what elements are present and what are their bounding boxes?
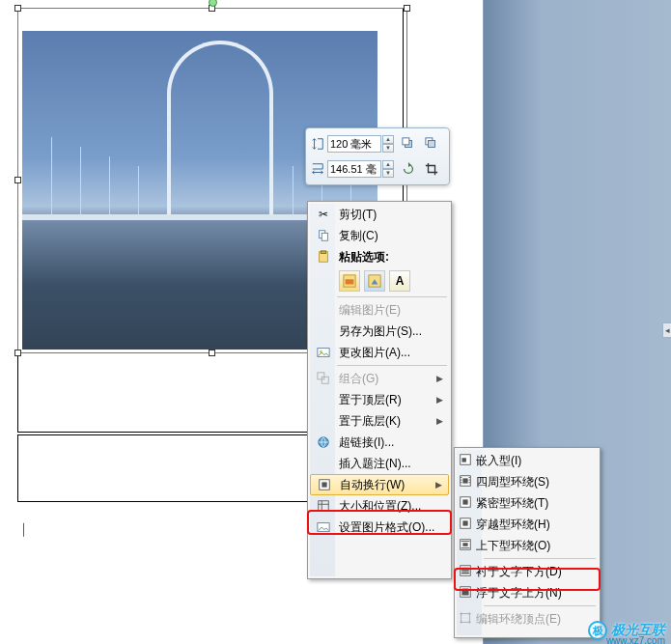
svg-rect-18 xyxy=(319,501,329,512)
svg-rect-7 xyxy=(321,251,325,254)
wrap-through-label: 穿越型环绕(H) xyxy=(472,517,596,533)
menu-insert-caption[interactable]: 插入题注(N)... xyxy=(310,453,449,474)
crop-button[interactable] xyxy=(423,160,440,178)
copy-icon xyxy=(312,225,335,246)
wrap-behind-icon xyxy=(459,564,472,580)
submenu-arrow-icon: ▶ xyxy=(435,480,446,490)
height-spin-down[interactable]: ▼ xyxy=(382,144,394,153)
resize-handle-nw[interactable] xyxy=(14,5,21,12)
text-cursor: ⎸ xyxy=(23,521,35,538)
wrap-edit-points-label: 编辑环绕顶点(E) xyxy=(472,611,596,628)
menu-insert-caption-label: 插入题注(N)... xyxy=(335,456,447,472)
menu-format-picture[interactable]: 设置图片格式(O)... xyxy=(310,517,449,538)
svg-rect-3 xyxy=(429,141,435,148)
paste-option-merge[interactable] xyxy=(364,270,385,292)
menu-edit-picture-label: 编辑图片(E) xyxy=(335,302,447,319)
scroll-arrow-icon[interactable]: ◂ xyxy=(662,322,671,338)
menu-hyperlink[interactable]: 超链接(I)... xyxy=(310,432,449,453)
svg-rect-5 xyxy=(322,233,327,240)
width-spin-up[interactable]: ▲ xyxy=(382,160,394,169)
svg-rect-21 xyxy=(462,458,466,462)
svg-rect-1 xyxy=(403,138,409,145)
width-spin-down[interactable]: ▼ xyxy=(382,169,394,178)
menu-group: 组合(G) ▶ xyxy=(310,368,449,389)
menu-change-picture[interactable]: 更改图片(A)... xyxy=(310,342,449,363)
bridge-cable xyxy=(138,166,139,214)
submenu-arrow-icon: ▶ xyxy=(436,395,447,405)
menu-change-picture-label: 更改图片(A)... xyxy=(335,345,447,361)
svg-point-35 xyxy=(468,612,470,614)
svg-rect-14 xyxy=(322,377,328,383)
cut-icon: ✂ xyxy=(312,204,335,225)
wrap-top-bottom-label: 上下型环绕(O) xyxy=(472,538,596,554)
menu-cut-label: 剪切(T) xyxy=(335,207,447,223)
menu-edit-picture: 编辑图片(E) xyxy=(310,299,449,321)
svg-rect-26 xyxy=(462,520,467,525)
menu-size-position-label: 大小和位置(Z)... xyxy=(335,498,447,515)
wrap-square-icon xyxy=(459,474,472,490)
wrap-inline-icon xyxy=(459,453,472,469)
wrap-inline[interactable]: 嵌入型(I) xyxy=(457,450,598,471)
context-menu: ✂ 剪切(T) 复制(C) 粘贴选项: A 编辑图片(E) 另存为图片(S)..… xyxy=(307,201,452,579)
wrap-square[interactable]: 四周型环绕(S) xyxy=(457,471,598,492)
wrap-through[interactable]: 穿越型环绕(H) xyxy=(457,514,598,535)
resize-handle-ne[interactable] xyxy=(404,5,410,12)
wrap-text-submenu: 嵌入型(I) 四周型环绕(S) 紧密型环绕(T) 穿越型环绕(H) 上下型环绕(… xyxy=(454,447,601,638)
wrap-tight[interactable]: 紧密型环绕(T) xyxy=(457,492,598,514)
rotate-button[interactable] xyxy=(400,160,417,178)
resize-handle-s[interactable] xyxy=(209,350,215,356)
menu-separator xyxy=(337,365,447,366)
height-icon xyxy=(310,137,325,151)
menu-send-back-label: 置于底层(K) xyxy=(335,413,436,430)
send-backward-button[interactable] xyxy=(423,135,440,153)
menu-format-picture-label: 设置图片格式(O)... xyxy=(335,519,447,536)
height-spin-up[interactable]: ▲ xyxy=(382,135,394,144)
resize-handle-w[interactable] xyxy=(14,177,21,183)
menu-bring-front[interactable]: 置于顶层(R) ▶ xyxy=(310,389,449,410)
watermark-url: www.xz7.com xyxy=(606,635,665,644)
menu-copy-label: 复制(C) xyxy=(335,228,447,244)
format-picture-icon xyxy=(312,517,335,538)
menu-copy[interactable]: 复制(C) xyxy=(310,225,449,246)
menu-cut[interactable]: ✂ 剪切(T) xyxy=(310,204,449,225)
menu-send-back[interactable]: 置于底层(K) ▶ xyxy=(310,410,449,432)
height-input[interactable] xyxy=(327,135,381,153)
paste-option-text[interactable]: A xyxy=(389,270,410,292)
svg-rect-33 xyxy=(461,613,470,622)
bridge-cable xyxy=(293,166,294,214)
svg-point-34 xyxy=(460,612,461,614)
menu-size-position[interactable]: 大小和位置(Z)... xyxy=(310,495,449,517)
menu-paste-header: 粘贴选项: xyxy=(310,246,449,267)
svg-rect-23 xyxy=(462,478,467,483)
svg-rect-32 xyxy=(462,588,469,595)
menu-paste-label: 粘贴选项: xyxy=(335,249,447,266)
watermark-logo-icon: 极 xyxy=(588,621,607,640)
resize-handle-sw[interactable] xyxy=(14,350,21,356)
bridge-cable xyxy=(51,137,52,214)
wrap-top-bottom[interactable]: 上下型环绕(O) xyxy=(457,535,598,556)
wrap-edit-points-icon xyxy=(459,611,472,628)
picture-size-toolbar: ▲ ▼ ▲ ▼ xyxy=(305,127,450,185)
wrap-inline-label: 嵌入型(I) xyxy=(472,453,596,469)
wrap-edit-points: 编辑环绕顶点(E) xyxy=(457,608,598,630)
wrap-tight-label: 紧密型环绕(T) xyxy=(472,495,596,512)
svg-rect-28 xyxy=(462,543,467,546)
wrap-top-bottom-icon xyxy=(459,538,472,554)
wrap-behind[interactable]: 衬于文字下方(D) xyxy=(457,561,598,582)
menu-wrap-text[interactable]: 自动换行(W) ▶ xyxy=(310,474,449,495)
width-icon xyxy=(310,162,325,176)
wrap-front[interactable]: 浮于文字上方(N) xyxy=(457,582,598,603)
width-input[interactable] xyxy=(327,160,381,178)
menu-separator xyxy=(337,296,447,297)
menu-save-as-picture[interactable]: 另存为图片(S)... xyxy=(310,321,449,342)
submenu-arrow-icon: ▶ xyxy=(436,416,447,426)
bridge-cable xyxy=(80,147,81,214)
paste-icon xyxy=(312,246,335,267)
bridge-arch-graphic xyxy=(167,41,273,214)
submenu-arrow-icon: ▶ xyxy=(436,374,447,383)
paste-option-picture[interactable] xyxy=(339,270,360,292)
hyperlink-icon xyxy=(312,432,335,453)
wrap-front-label: 浮于文字上方(N) xyxy=(472,585,596,602)
bring-forward-button[interactable] xyxy=(400,135,417,153)
menu-bring-front-label: 置于顶层(R) xyxy=(335,392,436,408)
